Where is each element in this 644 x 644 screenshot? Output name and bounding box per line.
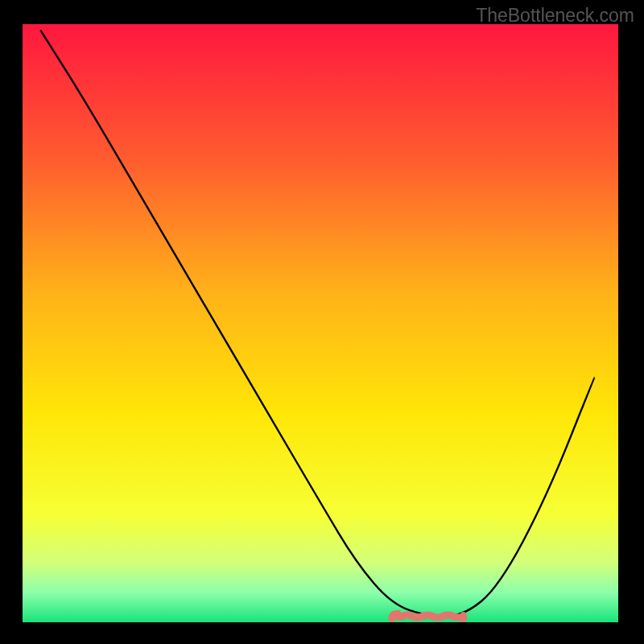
plot-background [23,24,618,622]
watermark-text: TheBottleneck.com [476,5,634,27]
bottleneck-chart [0,0,644,644]
optimal-zone-indicator [392,614,464,619]
chart-container: TheBottleneck.com [0,0,644,644]
